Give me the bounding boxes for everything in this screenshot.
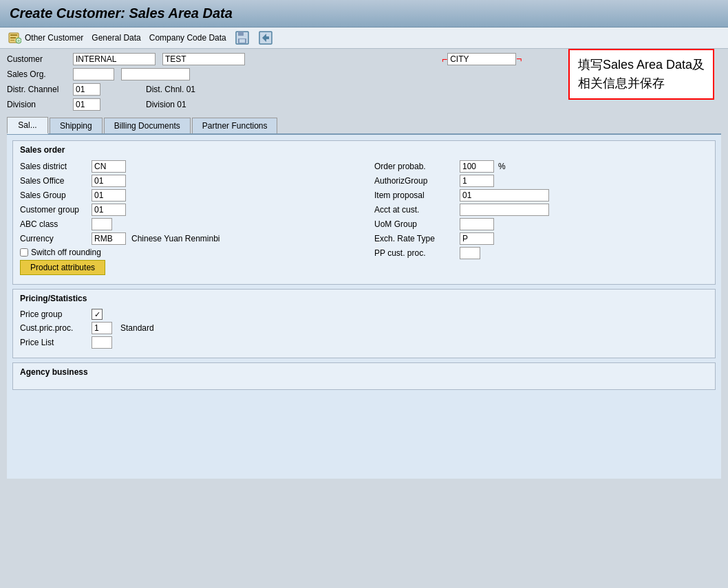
pp-cust-proc-input[interactable]: [460, 247, 480, 259]
sales-group-input[interactable]: [92, 189, 126, 202]
exch-rate-type-row: Exch. Rate Type: [374, 232, 708, 245]
svg-rect-1: [10, 34, 17, 36]
other-customer-btn[interactable]: + Other Customer: [7, 30, 83, 45]
uom-group-row: UoM Group: [374, 218, 708, 230]
sales-order-left-col: Sales district Sales Office Sales Group …: [20, 160, 354, 277]
division-input[interactable]: [73, 98, 100, 111]
distr-channel-input[interactable]: [73, 83, 100, 96]
authoriz-group-label: AuthorizGroup: [374, 176, 457, 186]
product-attributes-button[interactable]: Product attributes: [20, 260, 105, 275]
tab-sales[interactable]: Sal...: [7, 117, 48, 134]
sales-office-label: Sales Office: [20, 176, 89, 186]
sales-office-input[interactable]: [92, 175, 126, 187]
sales-order-form: Sales district Sales Office Sales Group …: [20, 160, 708, 277]
sales-order-title: Sales order: [20, 145, 708, 155]
sales-org-input2[interactable]: [121, 68, 190, 80]
sales-org-label: Sales Org.: [7, 69, 69, 79]
city-bracket-right: ¬: [516, 54, 522, 64]
company-code-data-btn[interactable]: Company Code Data: [149, 33, 226, 43]
svg-rect-3: [10, 40, 14, 41]
sales-org-input1[interactable]: [73, 68, 114, 80]
division-label: Division: [7, 100, 69, 109]
pp-cust-proc-row: PP cust. proc.: [374, 247, 708, 259]
price-list-row: Price List: [20, 336, 708, 349]
back-icon-btn[interactable]: [258, 30, 273, 45]
page-title: Create Customer: Sales Area Data: [10, 6, 718, 21]
customer-group-label: Customer group: [20, 205, 89, 215]
pp-cust-proc-label: PP cust. proc.: [374, 248, 457, 258]
price-group-label: Price group: [20, 309, 89, 319]
customer-name-input[interactable]: [162, 53, 245, 65]
abc-class-label: ABC class: [20, 219, 89, 229]
pricing-section: Pricing/Statistics Price group ✓ Cust.pr…: [12, 289, 716, 358]
tab-billing[interactable]: Billing Documents: [104, 118, 191, 133]
price-list-input[interactable]: [92, 336, 112, 349]
price-list-label: Price List: [20, 338, 89, 347]
sales-group-row: Sales Group: [20, 189, 354, 202]
annotation-box: 填写Sales Area Data及 相关信息并保存: [568, 49, 714, 100]
city-input[interactable]: [447, 53, 516, 65]
cust-pric-row: Cust.pric.proc. Standard: [20, 322, 708, 334]
cust-pric-label: Cust.pric.proc.: [20, 323, 89, 333]
tab-content-area: Sales order Sales district Sales Office …: [7, 135, 721, 479]
item-proposal-input[interactable]: [460, 189, 549, 202]
acct-at-cust-row: Acct at cust.: [374, 204, 708, 216]
svg-rect-2: [10, 37, 16, 39]
currency-text: Chinese Yuan Renminbi: [131, 234, 220, 243]
order-probab-label: Order probab.: [374, 162, 457, 171]
svg-rect-7: [238, 32, 244, 36]
abc-class-input[interactable]: [92, 218, 112, 230]
customer-group-input[interactable]: [92, 204, 126, 216]
toolbar: + Other Customer General Data Company Co…: [0, 28, 728, 49]
sales-district-input[interactable]: [92, 160, 126, 173]
sales-office-row: Sales Office: [20, 175, 354, 187]
switch-off-rounding-row: Switch off rounding: [20, 248, 354, 257]
currency-row: Currency Chinese Yuan Renminbi: [20, 232, 354, 245]
tab-shipping[interactable]: Shipping: [50, 118, 103, 133]
currency-input[interactable]: [92, 232, 126, 245]
sales-order-section: Sales order Sales district Sales Office …: [12, 140, 716, 285]
uom-group-label: UoM Group: [374, 219, 457, 229]
customer-id-input[interactable]: [73, 53, 156, 65]
city-field-area: ⌐ ¬: [442, 53, 522, 65]
order-probab-pct: %: [498, 162, 506, 171]
title-bar: Create Customer: Sales Area Data: [0, 0, 728, 28]
cust-pric-input[interactable]: [92, 322, 112, 334]
authoriz-group-input[interactable]: [460, 175, 494, 187]
uom-group-input[interactable]: [460, 218, 494, 230]
customer-group-row: Customer group: [20, 204, 354, 216]
price-group-row: Price group ✓: [20, 309, 708, 320]
acct-at-cust-label: Acct at cust.: [374, 205, 457, 215]
exch-rate-type-label: Exch. Rate Type: [374, 234, 457, 243]
general-data-btn[interactable]: General Data: [92, 33, 140, 43]
other-customer-icon: +: [7, 30, 22, 45]
order-probab-input[interactable]: [460, 160, 494, 173]
tabs-container: Sal... Shipping Billing Documents Partne…: [7, 116, 721, 135]
division-text: Division 01: [146, 100, 186, 109]
price-group-checkbox[interactable]: ✓: [92, 309, 103, 320]
order-probab-row: Order probab. %: [374, 160, 708, 173]
agency-section: Agency business: [12, 362, 716, 390]
item-proposal-row: Item proposal: [374, 189, 708, 202]
switch-off-rounding-label: Switch off rounding: [31, 248, 101, 257]
annotation-line2: 相关信息并保存: [578, 74, 705, 93]
abc-class-row: ABC class: [20, 218, 354, 230]
acct-at-cust-input[interactable]: [460, 204, 549, 216]
customer-label: Customer: [7, 54, 69, 64]
authoriz-group-row: AuthorizGroup: [374, 175, 708, 187]
cust-pric-text: Standard: [120, 323, 154, 333]
tab-partner[interactable]: Partner Functions: [192, 118, 278, 133]
company-code-data-label: Company Code Data: [149, 33, 226, 43]
sales-district-row: Sales district: [20, 160, 354, 173]
save-icon-btn[interactable]: [235, 30, 250, 45]
switch-off-rounding-checkbox[interactable]: [20, 248, 28, 257]
general-data-label: General Data: [92, 33, 140, 43]
city-bracket-left: ⌐: [442, 54, 447, 64]
back-icon: [258, 30, 273, 45]
svg-text:+: +: [17, 39, 20, 43]
sales-order-right-col: Order probab. % AuthorizGroup Item propo…: [354, 160, 708, 277]
exch-rate-type-input[interactable]: [460, 232, 494, 245]
agency-section-title: Agency business: [20, 367, 708, 377]
sales-group-label: Sales Group: [20, 190, 89, 200]
distr-channel-label: Distr. Channel: [7, 85, 69, 94]
